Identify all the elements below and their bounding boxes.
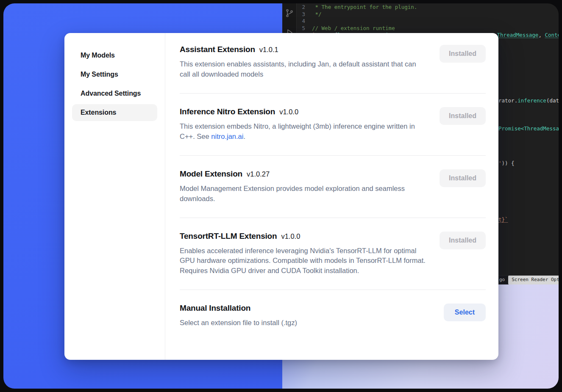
code-line: 3 */ [297,11,559,18]
sidebar-item-my-models[interactable]: My Models [72,47,157,64]
row-divider [180,155,486,156]
extension-name: Model Extensionv1.0.27 [180,169,428,179]
code-line: 4 [297,18,559,25]
extension-row: Assistant Extensionv1.0.1 This extension… [180,45,486,80]
row-divider [180,290,486,290]
nitro-jan-ai-link[interactable]: nitro.jan.ai [211,133,243,140]
extension-description: Model Management Extension provides mode… [180,184,428,204]
screenshot-stage: 2 * The entrypoint for the plugin. 3 */ … [3,3,559,389]
line-number: 4 [297,18,312,25]
extension-description: Select an extension file to install (.tg… [180,318,297,328]
extension-version: v1.0.27 [247,170,270,178]
settings-sidebar: My Models My Settings Advanced Settings … [64,33,165,360]
sidebar-item-extensions[interactable]: Extensions [72,104,157,121]
line-number: 3 [297,11,312,18]
code-line: 2 * The entrypoint for the plugin. [297,4,559,11]
code-line: 5// Web / extension runtime [297,25,559,32]
code-fragment: ')) { [498,160,515,167]
extension-name: Manual Installation [180,304,297,313]
extension-name: Inference Nitro Extensionv1.0.0 [180,107,428,116]
extension-row: TensortRT-LLM Extensionv1.0.0 Enables ac… [180,232,486,276]
extension-description: This extension enables assistants, inclu… [180,59,428,80]
screen-reader-status-badge[interactable]: Screen Reader Optimize [508,276,559,284]
extension-version: v1.0.0 [281,232,300,240]
line-number: 5 [297,25,312,32]
extension-version: v1.0.0 [279,108,298,116]
code-fragment: Promise<ThreadMessage> [498,125,559,133]
extension-description: This extension embeds Nitro, a lightweig… [180,121,428,142]
sidebar-item-advanced-settings[interactable]: Advanced Settings [72,85,157,102]
installed-button[interactable]: Installed [440,232,486,249]
installed-button[interactable]: Installed [440,169,486,187]
extension-version: v1.0.1 [259,46,278,53]
installed-button[interactable]: Installed [440,107,486,125]
manual-installation-row: Manual Installation Select an extension … [180,304,486,328]
line-number: 2 [297,4,312,11]
settings-modal: My Models My Settings Advanced Settings … [64,33,498,360]
code-fragment: rator.inference(data)); [498,97,559,105]
extension-name: TensortRT-LLM Extensionv1.0.0 [180,232,428,241]
extension-description: Enables accelerated inference leveraging… [180,246,428,276]
extension-row: Model Extensionv1.0.27 Model Management … [180,169,486,204]
source-control-icon[interactable] [285,8,294,18]
row-divider [180,218,486,218]
select-button[interactable]: Select [444,304,486,321]
extensions-panel: Assistant Extensionv1.0.1 This extension… [165,33,498,360]
code-fragment: t}` [498,216,508,224]
status-text: go [499,276,505,284]
row-divider [180,93,486,94]
installed-button[interactable]: Installed [440,45,486,63]
sidebar-item-my-settings[interactable]: My Settings [72,66,157,83]
extension-name: Assistant Extensionv1.0.1 [180,45,428,54]
extension-row: Inference Nitro Extensionv1.0.0 This ext… [180,107,486,142]
